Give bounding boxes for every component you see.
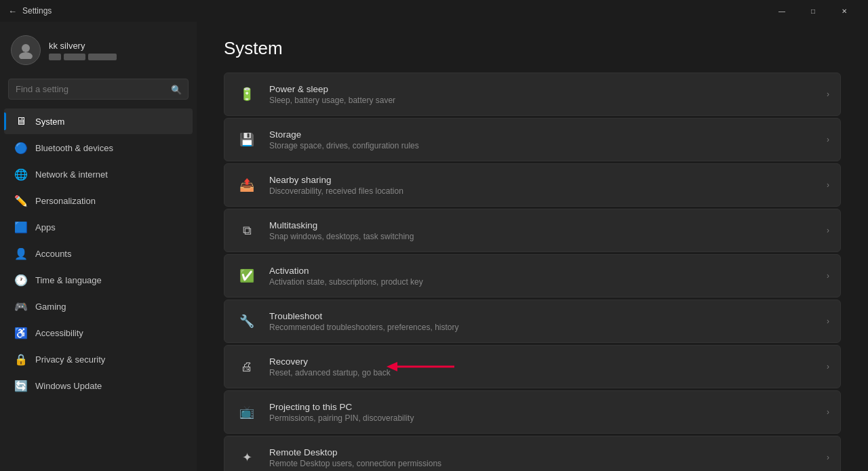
nav-label-network: Network & internet — [35, 169, 108, 180]
main-layout: kk silvery 🔍 🖥 System 🔵 Bluetooth & devi… — [0, 22, 868, 471]
svg-point-0 — [22, 44, 30, 52]
setting-chevron-multitasking: › — [827, 226, 829, 235]
setting-icon-activation: ✅ — [235, 264, 258, 287]
setting-icon-troubleshoot: 🔧 — [235, 310, 258, 333]
sidebar-item-privacy[interactable]: 🔒 Privacy & security — [4, 346, 193, 372]
nav-label-privacy: Privacy & security — [35, 354, 105, 365]
minimize-button[interactable]: — — [766, 0, 797, 22]
setting-chevron-nearby_sharing: › — [827, 180, 829, 190]
user-profile[interactable]: kk silvery — [0, 22, 197, 76]
sidebar-item-bluetooth[interactable]: 🔵 Bluetooth & devices — [4, 135, 193, 161]
sidebar-item-apps[interactable]: 🟦 Apps — [4, 214, 193, 240]
window-controls: — □ ✕ — [766, 0, 860, 22]
setting-icon-remote_desktop: ✦ — [235, 446, 258, 469]
setting-icon-storage: 💾 — [235, 128, 258, 151]
nav-label-accounts: Accounts — [35, 249, 71, 259]
setting-text-storage: Storage Storage space, drives, configura… — [269, 129, 816, 150]
nav-icon-bluetooth: 🔵 — [15, 142, 27, 154]
sidebar-item-accounts[interactable]: 👤 Accounts — [4, 241, 193, 266]
setting-row-wrapper-projecting: 📺 Projecting to this PC Permissions, pai… — [224, 390, 841, 434]
setting-chevron-troubleshoot: › — [827, 316, 829, 326]
setting-title-power: Power & sleep — [269, 84, 816, 94]
setting-title-storage: Storage — [269, 129, 816, 140]
sidebar-item-windows_update[interactable]: 🔄 Windows Update — [4, 373, 193, 398]
sidebar-item-accessibility[interactable]: ♿ Accessibility — [4, 320, 193, 346]
badge-2 — [64, 54, 85, 60]
setting-row-projecting[interactable]: 📺 Projecting to this PC Permissions, pai… — [224, 390, 841, 434]
setting-text-projecting: Projecting to this PC Permissions, pairi… — [269, 402, 816, 423]
settings-list: 🔋 Power & sleep Sleep, battery usage, ba… — [224, 73, 841, 471]
search-box: 🔍 — [8, 79, 189, 100]
nav-icon-windows_update: 🔄 — [15, 380, 27, 392]
setting-row-wrapper-recovery: 🖨 Recovery Reset, advanced startup, go b… — [224, 345, 841, 388]
setting-icon-multitasking: ⧉ — [235, 219, 258, 242]
setting-row-remote_desktop[interactable]: ✦ Remote Desktop Remote Desktop users, c… — [224, 436, 841, 471]
setting-icon-power: 🔋 — [235, 83, 258, 106]
setting-desc-troubleshoot: Recommended troubleshooters, preferences… — [269, 323, 816, 332]
setting-title-projecting: Projecting to this PC — [269, 402, 816, 412]
avatar — [11, 35, 41, 65]
setting-text-recovery: Recovery Reset, advanced startup, go bac… — [269, 356, 816, 377]
setting-row-power[interactable]: 🔋 Power & sleep Sleep, battery usage, ba… — [224, 73, 841, 116]
setting-row-wrapper-nearby_sharing: 📤 Nearby sharing Discoverability, receiv… — [224, 163, 841, 207]
setting-row-wrapper-remote_desktop: ✦ Remote Desktop Remote Desktop users, c… — [224, 436, 841, 471]
setting-desc-multitasking: Snap windows, desktops, task switching — [269, 232, 816, 241]
setting-row-storage[interactable]: 💾 Storage Storage space, drives, configu… — [224, 118, 841, 161]
sidebar-item-gaming[interactable]: 🎮 Gaming — [4, 293, 193, 319]
content-area: System 🔋 Power & sleep Sleep, battery us… — [197, 22, 868, 471]
setting-row-wrapper-storage: 💾 Storage Storage space, drives, configu… — [224, 118, 841, 161]
close-button[interactable]: ✕ — [829, 0, 860, 22]
titlebar-title: Settings — [22, 6, 52, 16]
back-button[interactable]: ← — [8, 6, 17, 16]
setting-row-troubleshoot[interactable]: 🔧 Troubleshoot Recommended troubleshoote… — [224, 300, 841, 343]
search-input[interactable] — [8, 79, 189, 100]
setting-chevron-storage: › — [827, 135, 829, 144]
nav-icon-personalization: ✏️ — [15, 194, 27, 207]
setting-desc-storage: Storage space, drives, configuration rul… — [269, 141, 816, 150]
nav-icon-accessibility: ♿ — [15, 327, 27, 339]
nav-container: 🖥 System 🔵 Bluetooth & devices 🌐 Network… — [0, 108, 197, 399]
setting-text-troubleshoot: Troubleshoot Recommended troubleshooters… — [269, 311, 816, 332]
setting-text-activation: Activation Activation state, subscriptio… — [269, 266, 816, 287]
setting-row-activation[interactable]: ✅ Activation Activation state, subscript… — [224, 254, 841, 298]
setting-text-multitasking: Multitasking Snap windows, desktops, tas… — [269, 220, 816, 241]
page-title: System — [224, 38, 841, 59]
setting-chevron-activation: › — [827, 271, 829, 281]
setting-icon-nearby_sharing: 📤 — [235, 173, 258, 197]
setting-chevron-projecting: › — [827, 407, 829, 417]
sidebar-item-time[interactable]: 🕐 Time & language — [4, 267, 193, 293]
sidebar-item-system[interactable]: 🖥 System — [4, 108, 193, 134]
setting-row-wrapper-troubleshoot: 🔧 Troubleshoot Recommended troubleshoote… — [224, 300, 841, 343]
sidebar: kk silvery 🔍 🖥 System 🔵 Bluetooth & devi… — [0, 22, 197, 471]
setting-chevron-recovery: › — [827, 362, 829, 371]
nav-icon-privacy: 🔒 — [15, 353, 27, 365]
setting-text-remote_desktop: Remote Desktop Remote Desktop users, con… — [269, 447, 816, 468]
setting-row-wrapper-multitasking: ⧉ Multitasking Snap windows, desktops, t… — [224, 209, 841, 252]
setting-title-recovery: Recovery — [269, 356, 816, 367]
search-icon: 🔍 — [171, 84, 182, 94]
nav-icon-gaming: 🎮 — [15, 300, 27, 312]
setting-icon-projecting: 📺 — [235, 401, 258, 424]
setting-icon-recovery: 🖨 — [235, 355, 258, 378]
setting-desc-projecting: Permissions, pairing PIN, discoverabilit… — [269, 413, 816, 423]
nav-icon-time: 🕐 — [15, 274, 27, 286]
setting-title-activation: Activation — [269, 266, 816, 276]
sidebar-item-network[interactable]: 🌐 Network & internet — [4, 161, 193, 187]
setting-chevron-power: › — [827, 89, 829, 99]
nav-label-windows_update: Windows Update — [35, 381, 102, 391]
setting-desc-power: Sleep, battery usage, battery saver — [269, 96, 816, 105]
setting-row-multitasking[interactable]: ⧉ Multitasking Snap windows, desktops, t… — [224, 209, 841, 252]
sidebar-item-personalization[interactable]: ✏️ Personalization — [4, 188, 193, 213]
setting-row-wrapper-power: 🔋 Power & sleep Sleep, battery usage, ba… — [224, 73, 841, 116]
setting-text-power: Power & sleep Sleep, battery usage, batt… — [269, 84, 816, 105]
setting-row-nearby_sharing[interactable]: 📤 Nearby sharing Discoverability, receiv… — [224, 163, 841, 207]
nav-label-personalization: Personalization — [35, 196, 96, 206]
setting-desc-remote_desktop: Remote Desktop users, connection permiss… — [269, 459, 816, 468]
setting-desc-activation: Activation state, subscriptions, product… — [269, 277, 816, 287]
badge-1 — [49, 54, 61, 60]
nav-icon-apps: 🟦 — [15, 221, 27, 233]
svg-point-1 — [19, 52, 33, 59]
setting-row-recovery[interactable]: 🖨 Recovery Reset, advanced startup, go b… — [224, 345, 841, 388]
maximize-button[interactable]: □ — [797, 0, 829, 22]
user-name: kk silvery — [49, 41, 117, 51]
